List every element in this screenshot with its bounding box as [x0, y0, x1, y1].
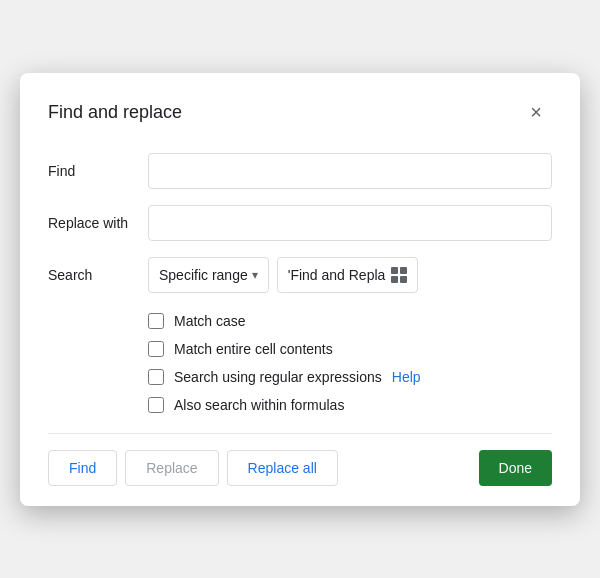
- close-button[interactable]: ×: [520, 97, 552, 129]
- help-link[interactable]: Help: [392, 369, 421, 385]
- regex-label: Search using regular expressions: [174, 369, 382, 385]
- dialog-title: Find and replace: [48, 102, 182, 123]
- search-controls: Specific range ▾ 'Find and Repla: [148, 257, 418, 293]
- checkbox-row-formulas: Also search within formulas: [148, 397, 552, 413]
- dialog-header: Find and replace ×: [48, 97, 552, 129]
- checkbox-row-match-entire-cell: Match entire cell contents: [148, 341, 552, 357]
- range-text: 'Find and Repla: [288, 267, 386, 283]
- match-entire-cell-checkbox[interactable]: [148, 341, 164, 357]
- match-case-label: Match case: [174, 313, 246, 329]
- replace-with-input[interactable]: [148, 205, 552, 241]
- grid-icon: [391, 267, 407, 283]
- find-replace-dialog: Find and replace × Find Replace with Sea…: [20, 73, 580, 506]
- replace-all-button[interactable]: Replace all: [227, 450, 338, 486]
- search-label: Search: [48, 267, 148, 283]
- find-row: Find: [48, 153, 552, 189]
- checkboxes-group: Match case Match entire cell contents Se…: [148, 313, 552, 413]
- match-entire-cell-label: Match entire cell contents: [174, 341, 333, 357]
- replace-with-row: Replace with: [48, 205, 552, 241]
- find-label: Find: [48, 163, 148, 179]
- formulas-label: Also search within formulas: [174, 397, 344, 413]
- formulas-checkbox[interactable]: [148, 397, 164, 413]
- chevron-down-icon: ▾: [252, 268, 258, 282]
- dropdown-label: Specific range: [159, 267, 248, 283]
- find-input[interactable]: [148, 153, 552, 189]
- replace-button[interactable]: Replace: [125, 450, 218, 486]
- search-row: Search Specific range ▾ 'Find and Repla: [48, 257, 552, 293]
- range-display[interactable]: 'Find and Repla: [277, 257, 419, 293]
- regex-checkbox[interactable]: [148, 369, 164, 385]
- checkbox-row-match-case: Match case: [148, 313, 552, 329]
- done-button[interactable]: Done: [479, 450, 552, 486]
- find-button[interactable]: Find: [48, 450, 117, 486]
- replace-with-label: Replace with: [48, 215, 148, 231]
- match-case-checkbox[interactable]: [148, 313, 164, 329]
- dialog-footer: Find Replace Replace all Done: [48, 433, 552, 486]
- checkbox-row-regex: Search using regular expressions Help: [148, 369, 552, 385]
- specific-range-dropdown[interactable]: Specific range ▾: [148, 257, 269, 293]
